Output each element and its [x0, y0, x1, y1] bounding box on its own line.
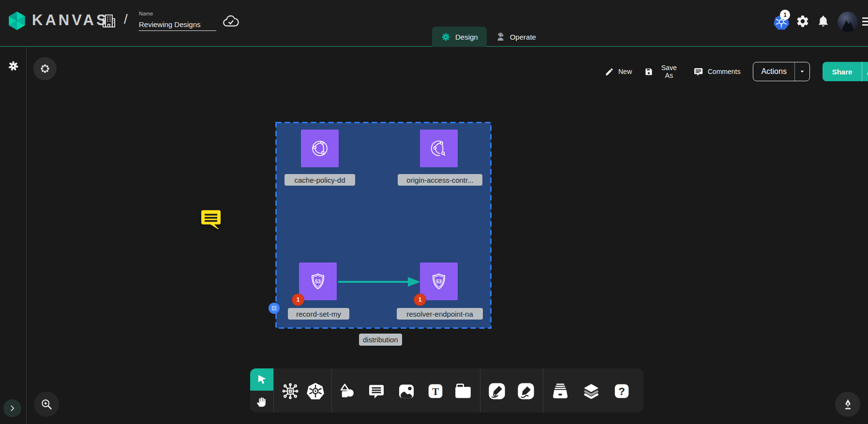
avatar-silhouette	[838, 15, 858, 32]
cloudfront-globe-icon	[428, 137, 450, 160]
cursor-icon	[255, 373, 268, 386]
tool-pan-button[interactable]	[250, 391, 273, 412]
group-label-distribution[interactable]: distribution	[359, 334, 402, 346]
pen-nib-icon	[841, 398, 854, 411]
zoom-in-button[interactable]	[34, 392, 59, 417]
node-resolver-endpoint[interactable]: 53	[420, 263, 458, 300]
kubernetes-context-button[interactable]: 1	[771, 13, 792, 32]
node-label[interactable]: record-set-my	[288, 308, 349, 320]
expand-sidebar-button[interactable]	[3, 399, 21, 417]
route53-shield-icon: 53	[428, 270, 450, 292]
top-navbar: KANVAS / Name	[0, 0, 868, 47]
help-icon: ?	[613, 382, 631, 400]
node-label-text: resolver-endpoint-na	[406, 310, 473, 318]
tool-help-button[interactable]: ?	[611, 380, 633, 402]
flower-gear-icon	[39, 63, 51, 74]
text-icon: T	[426, 382, 445, 400]
tool-circuit-button[interactable]	[279, 380, 301, 402]
badge-count: 1	[419, 296, 422, 303]
cloudfront-globe-icon	[309, 137, 331, 160]
notifications-button[interactable]	[816, 15, 830, 29]
selection-handle-blue[interactable]	[269, 303, 280, 314]
user-avatar[interactable]	[838, 12, 858, 32]
actions-button[interactable]: Actions	[753, 62, 794, 81]
pen-tool-icon	[488, 382, 506, 400]
node-record-set[interactable]: 53	[299, 263, 337, 300]
gear-icon	[796, 15, 809, 28]
kanvas-logo-icon[interactable]	[6, 10, 28, 32]
node-cache-policy[interactable]	[301, 130, 339, 167]
canvas-flower-button[interactable]	[33, 57, 57, 80]
design-name-label: Name	[139, 11, 153, 16]
cloud-saved-icon	[222, 13, 240, 31]
actions-dropdown-toggle[interactable]	[794, 62, 809, 81]
image-icon	[397, 382, 416, 400]
node-error-badge[interactable]: 1	[414, 293, 426, 306]
node-label[interactable]: cache-policy-dd	[284, 174, 355, 186]
comment-icon	[693, 67, 703, 77]
comments-button[interactable]: Comments	[693, 67, 741, 77]
comment-marker-yellow[interactable]	[200, 209, 223, 232]
tool-drawer-button[interactable]	[549, 380, 571, 402]
floppy-icon	[644, 67, 653, 76]
tool-note-button[interactable]	[452, 380, 474, 402]
pencil-icon	[605, 67, 614, 76]
tool-pencil-button[interactable]	[515, 380, 537, 402]
node-origin-access-control[interactable]	[420, 130, 458, 167]
comments-button-label: Comments	[708, 68, 741, 75]
tool-image-button[interactable]	[395, 380, 418, 402]
organization-building-icon[interactable]	[101, 13, 117, 29]
tool-text-button[interactable]: T	[424, 380, 447, 402]
group-label-text: distribution	[363, 336, 398, 344]
svg-text:53: 53	[315, 279, 321, 284]
badge-count: 1	[297, 296, 300, 303]
new-button[interactable]: New	[605, 67, 632, 76]
copy-link-button[interactable]	[862, 62, 868, 81]
comment-bubble-icon	[200, 209, 223, 232]
kubernetes-wheel-icon	[306, 381, 325, 401]
menu-icon[interactable]	[862, 15, 868, 27]
circuit-icon	[281, 382, 299, 400]
kanvas-app: { "app": { "logo_text": "KANVAS" }, "hea…	[0, 0, 868, 424]
tools-dock: T	[250, 368, 644, 412]
node-error-badge[interactable]: 1	[292, 293, 304, 306]
edge-arrow[interactable]	[337, 276, 421, 288]
save-as-button[interactable]: Save As	[644, 64, 681, 79]
tool-pen-button[interactable]	[486, 380, 508, 402]
group-node-distribution[interactable]: cache-policy-dd origin-access-contr... 5…	[275, 122, 492, 329]
tool-shapes-button[interactable]	[336, 380, 358, 402]
tool-comment-button[interactable]	[365, 380, 388, 402]
save-as-button-label: Save As	[658, 64, 681, 79]
tab-design-label: Design	[455, 33, 478, 41]
dock-divider	[480, 368, 480, 412]
node-label-text: origin-access-contr...	[406, 176, 473, 184]
caret-down-icon	[798, 68, 806, 75]
pencil-draw-icon	[517, 382, 535, 400]
comment-tool-icon	[367, 382, 386, 400]
breadcrumb-separator: /	[124, 12, 128, 27]
tool-layers-button[interactable]	[580, 380, 602, 402]
node-label-text: record-set-my	[296, 310, 341, 318]
tab-design[interactable]: Design	[432, 27, 487, 47]
app-title: KANVAS	[32, 12, 109, 29]
tool-select-button[interactable]	[250, 368, 273, 391]
node-label[interactable]: resolver-endpoint-na	[397, 308, 483, 320]
design-spiral-icon[interactable]	[7, 59, 20, 73]
share-button-label: Share	[832, 68, 853, 76]
tab-operate[interactable]: Operate	[487, 27, 545, 47]
design-name-input[interactable]	[139, 18, 216, 31]
bell-icon	[817, 15, 830, 28]
left-sidebar	[0, 48, 27, 424]
node-label[interactable]: origin-access-contr...	[398, 174, 482, 186]
dock-divider	[331, 368, 332, 412]
node-label-text: cache-policy-dd	[294, 176, 345, 184]
actions-button-label: Actions	[761, 67, 786, 76]
pen-nib-button[interactable]	[835, 392, 860, 417]
dock-divider	[273, 368, 274, 412]
settings-button[interactable]	[795, 15, 810, 29]
drawer-icon	[551, 381, 570, 401]
tool-kubernetes-button[interactable]	[304, 380, 327, 402]
share-button[interactable]: Share	[823, 62, 862, 81]
svg-text:T: T	[432, 386, 439, 397]
design-flower-icon	[441, 32, 451, 42]
